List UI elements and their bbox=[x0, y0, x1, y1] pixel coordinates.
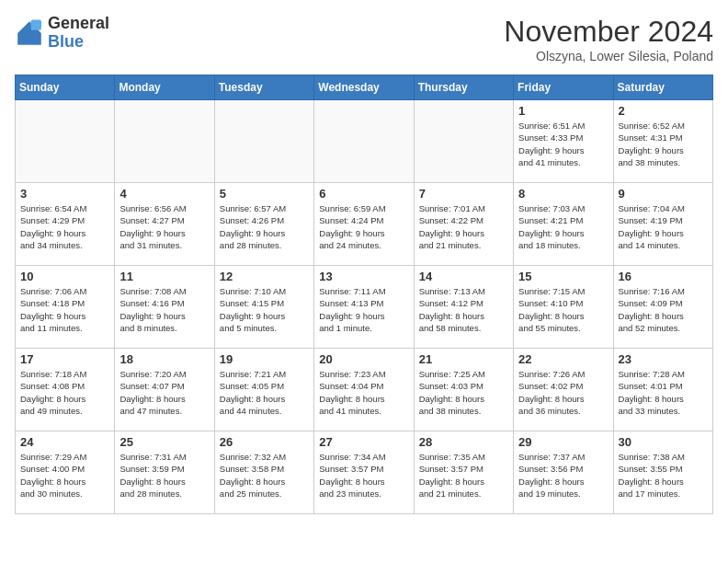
calendar-cell: 29Sunrise: 7:37 AM Sunset: 3:56 PM Dayli… bbox=[514, 431, 613, 514]
calendar-cell: 2Sunrise: 6:52 AM Sunset: 4:31 PM Daylig… bbox=[613, 100, 712, 183]
calendar-cell: 6Sunrise: 6:59 AM Sunset: 4:24 PM Daylig… bbox=[314, 183, 414, 266]
calendar-cell: 14Sunrise: 7:13 AM Sunset: 4:12 PM Dayli… bbox=[414, 266, 513, 349]
calendar-cell bbox=[16, 100, 115, 183]
logo-general-text: General bbox=[48, 14, 109, 32]
logo-icon bbox=[15, 18, 44, 48]
calendar-cell: 22Sunrise: 7:26 AM Sunset: 4:02 PM Dayli… bbox=[514, 349, 613, 431]
day-info: Sunrise: 7:01 AM Sunset: 4:22 PM Dayligh… bbox=[419, 202, 508, 251]
month-title: November 2024 bbox=[504, 15, 713, 49]
calendar-cell: 8Sunrise: 7:03 AM Sunset: 4:21 PM Daylig… bbox=[514, 183, 613, 266]
day-number: 4 bbox=[119, 187, 209, 201]
day-number: 6 bbox=[319, 187, 408, 201]
title-block: November 2024 Olszyna, Lower Silesia, Po… bbox=[504, 15, 713, 63]
day-info: Sunrise: 7:04 AM Sunset: 4:19 PM Dayligh… bbox=[619, 202, 708, 251]
day-info: Sunrise: 7:03 AM Sunset: 4:21 PM Dayligh… bbox=[518, 202, 608, 251]
weekday-header-saturday: Saturday bbox=[613, 75, 712, 100]
calendar-cell: 9Sunrise: 7:04 AM Sunset: 4:19 PM Daylig… bbox=[613, 183, 712, 266]
day-number: 9 bbox=[619, 187, 708, 201]
day-info: Sunrise: 7:16 AM Sunset: 4:09 PM Dayligh… bbox=[619, 285, 708, 334]
day-info: Sunrise: 6:59 AM Sunset: 4:24 PM Dayligh… bbox=[319, 202, 408, 251]
calendar-cell bbox=[314, 100, 414, 183]
logo-blue-text: Blue bbox=[48, 32, 84, 51]
day-info: Sunrise: 7:21 AM Sunset: 4:05 PM Dayligh… bbox=[220, 368, 309, 417]
day-number: 22 bbox=[518, 352, 608, 366]
calendar-cell: 25Sunrise: 7:31 AM Sunset: 3:59 PM Dayli… bbox=[115, 431, 214, 514]
day-number: 21 bbox=[419, 352, 508, 366]
weekday-header-tuesday: Tuesday bbox=[214, 75, 313, 100]
day-info: Sunrise: 7:31 AM Sunset: 3:59 PM Dayligh… bbox=[119, 451, 209, 500]
day-info: Sunrise: 7:13 AM Sunset: 4:12 PM Dayligh… bbox=[419, 285, 508, 334]
day-info: Sunrise: 6:56 AM Sunset: 4:27 PM Dayligh… bbox=[119, 202, 209, 251]
day-number: 10 bbox=[20, 270, 109, 283]
day-number: 16 bbox=[619, 270, 708, 283]
day-info: Sunrise: 7:15 AM Sunset: 4:10 PM Dayligh… bbox=[518, 285, 608, 334]
calendar-cell: 3Sunrise: 6:54 AM Sunset: 4:29 PM Daylig… bbox=[16, 183, 115, 266]
weekday-header-friday: Friday bbox=[514, 75, 613, 100]
calendar-cell bbox=[214, 100, 313, 183]
day-number: 29 bbox=[518, 435, 608, 449]
day-number: 8 bbox=[518, 187, 608, 201]
day-number: 28 bbox=[419, 435, 508, 449]
weekday-header-thursday: Thursday bbox=[414, 75, 513, 100]
day-number: 1 bbox=[518, 104, 608, 118]
day-number: 20 bbox=[319, 352, 408, 366]
day-number: 2 bbox=[619, 104, 708, 118]
calendar-week-5: 24Sunrise: 7:29 AM Sunset: 4:00 PM Dayli… bbox=[16, 431, 713, 514]
day-info: Sunrise: 6:57 AM Sunset: 4:26 PM Dayligh… bbox=[220, 202, 309, 251]
calendar-body: 1Sunrise: 6:51 AM Sunset: 4:33 PM Daylig… bbox=[16, 100, 713, 514]
day-info: Sunrise: 7:10 AM Sunset: 4:15 PM Dayligh… bbox=[220, 285, 309, 334]
day-number: 18 bbox=[119, 352, 209, 366]
day-number: 30 bbox=[619, 435, 708, 449]
day-number: 15 bbox=[518, 270, 608, 283]
day-info: Sunrise: 7:20 AM Sunset: 4:07 PM Dayligh… bbox=[119, 368, 209, 417]
calendar-cell bbox=[414, 100, 513, 183]
day-number: 17 bbox=[20, 352, 109, 366]
day-number: 12 bbox=[220, 270, 309, 283]
calendar-cell: 4Sunrise: 6:56 AM Sunset: 4:27 PM Daylig… bbox=[115, 183, 214, 266]
day-info: Sunrise: 7:11 AM Sunset: 4:13 PM Dayligh… bbox=[319, 285, 408, 334]
location-subtitle: Olszyna, Lower Silesia, Poland bbox=[504, 49, 713, 63]
calendar-cell: 18Sunrise: 7:20 AM Sunset: 4:07 PM Dayli… bbox=[115, 349, 214, 431]
calendar-cell: 27Sunrise: 7:34 AM Sunset: 3:57 PM Dayli… bbox=[314, 431, 414, 514]
day-number: 27 bbox=[319, 435, 408, 449]
calendar-header: SundayMondayTuesdayWednesdayThursdayFrid… bbox=[16, 75, 713, 100]
day-info: Sunrise: 7:06 AM Sunset: 4:18 PM Dayligh… bbox=[20, 285, 109, 334]
calendar-week-4: 17Sunrise: 7:18 AM Sunset: 4:08 PM Dayli… bbox=[16, 349, 713, 431]
calendar-cell bbox=[115, 100, 214, 183]
page-header: General Blue November 2024 Olszyna, Lowe… bbox=[15, 15, 713, 63]
day-number: 26 bbox=[220, 435, 309, 449]
day-info: Sunrise: 7:35 AM Sunset: 3:57 PM Dayligh… bbox=[419, 451, 508, 500]
day-number: 3 bbox=[20, 187, 109, 201]
day-info: Sunrise: 7:37 AM Sunset: 3:56 PM Dayligh… bbox=[518, 451, 608, 500]
calendar-cell: 21Sunrise: 7:25 AM Sunset: 4:03 PM Dayli… bbox=[414, 349, 513, 431]
calendar-cell: 13Sunrise: 7:11 AM Sunset: 4:13 PM Dayli… bbox=[314, 266, 414, 349]
calendar-week-1: 1Sunrise: 6:51 AM Sunset: 4:33 PM Daylig… bbox=[16, 100, 713, 183]
day-number: 19 bbox=[220, 352, 309, 366]
calendar-cell: 26Sunrise: 7:32 AM Sunset: 3:58 PM Dayli… bbox=[214, 431, 313, 514]
day-number: 5 bbox=[220, 187, 309, 201]
day-info: Sunrise: 7:34 AM Sunset: 3:57 PM Dayligh… bbox=[319, 451, 408, 500]
day-info: Sunrise: 6:51 AM Sunset: 4:33 PM Dayligh… bbox=[518, 120, 608, 168]
calendar-cell: 7Sunrise: 7:01 AM Sunset: 4:22 PM Daylig… bbox=[414, 183, 513, 266]
day-number: 14 bbox=[419, 270, 508, 283]
weekday-header-monday: Monday bbox=[115, 75, 214, 100]
day-info: Sunrise: 7:38 AM Sunset: 3:55 PM Dayligh… bbox=[619, 451, 708, 500]
weekday-header-wednesday: Wednesday bbox=[314, 75, 414, 100]
day-info: Sunrise: 7:29 AM Sunset: 4:00 PM Dayligh… bbox=[20, 451, 109, 500]
calendar-cell: 23Sunrise: 7:28 AM Sunset: 4:01 PM Dayli… bbox=[613, 349, 712, 431]
day-number: 11 bbox=[119, 270, 209, 283]
weekday-row: SundayMondayTuesdayWednesdayThursdayFrid… bbox=[16, 75, 713, 100]
day-number: 25 bbox=[119, 435, 209, 449]
svg-rect-2 bbox=[31, 19, 41, 29]
calendar-cell: 5Sunrise: 6:57 AM Sunset: 4:26 PM Daylig… bbox=[214, 183, 313, 266]
calendar-table: SundayMondayTuesdayWednesdayThursdayFrid… bbox=[15, 75, 713, 514]
day-info: Sunrise: 7:25 AM Sunset: 4:03 PM Dayligh… bbox=[419, 368, 508, 417]
day-number: 13 bbox=[319, 270, 408, 283]
calendar-cell: 28Sunrise: 7:35 AM Sunset: 3:57 PM Dayli… bbox=[414, 431, 513, 514]
calendar-cell: 16Sunrise: 7:16 AM Sunset: 4:09 PM Dayli… bbox=[613, 266, 712, 349]
calendar-cell: 10Sunrise: 7:06 AM Sunset: 4:18 PM Dayli… bbox=[16, 266, 115, 349]
day-info: Sunrise: 7:08 AM Sunset: 4:16 PM Dayligh… bbox=[119, 285, 209, 334]
calendar-cell: 17Sunrise: 7:18 AM Sunset: 4:08 PM Dayli… bbox=[16, 349, 115, 431]
calendar-cell: 11Sunrise: 7:08 AM Sunset: 4:16 PM Dayli… bbox=[115, 266, 214, 349]
calendar-cell: 1Sunrise: 6:51 AM Sunset: 4:33 PM Daylig… bbox=[514, 100, 613, 183]
